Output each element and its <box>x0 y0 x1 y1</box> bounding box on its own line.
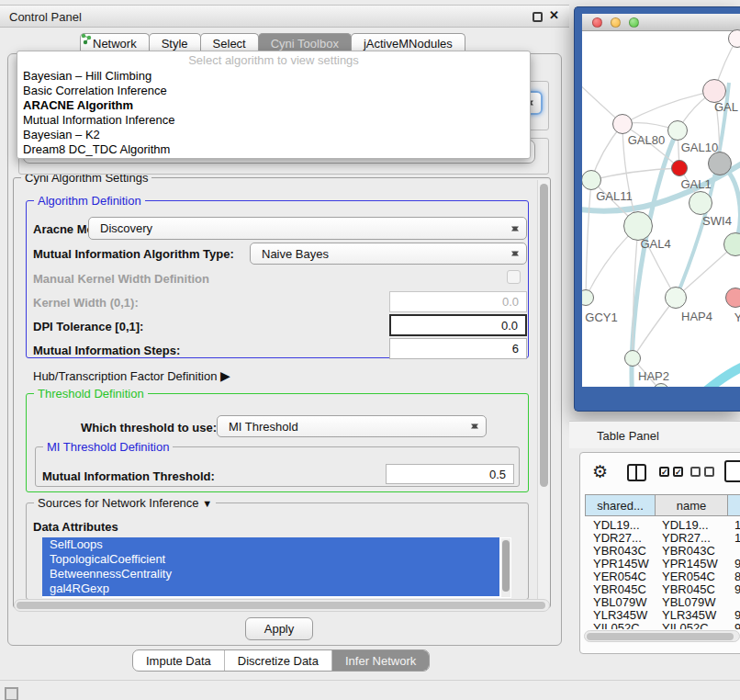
sources-group-title[interactable]: Sources for Network Inference ▼ <box>34 496 216 510</box>
attribute-item-topologicalcoefficient[interactable]: TopologicalCoefficient <box>42 552 499 567</box>
table-cell: YPR145W <box>654 557 726 570</box>
manual-kernel-width-label: Manual Kernel Width Definition <box>33 272 209 286</box>
algorithm-option-mutual-information-inference[interactable]: Mutual Information Inference <box>17 113 530 128</box>
mi-steps-field[interactable]: 6 <box>389 338 527 359</box>
algorithm-definition-title: Algorithm Definition <box>34 194 145 208</box>
unchecked-checkbox-icon[interactable] <box>704 467 714 477</box>
control-panel-title: Control Panel <box>9 10 82 24</box>
node-GAL11[interactable] <box>582 170 601 190</box>
settings-vertical-scrollbar-thumb[interactable] <box>540 184 548 487</box>
network-canvas[interactable]: GALGAL80GAL10GAL1GAL11SWI4GAL4GCY1HAP4YH… <box>582 32 740 387</box>
node-GAL1[interactable] <box>689 191 712 215</box>
algorithm-option-dream8-dc-tdc-algorithm[interactable]: Dream8 DC_TDC Algorithm <box>17 142 530 157</box>
mi-algorithm-type-value: Naive Bayes <box>262 247 329 261</box>
tab-label: Select <box>213 37 246 51</box>
table-cell: YDL19... <box>654 518 726 531</box>
node-right-pink[interactable] <box>725 288 740 308</box>
which-threshold-combo[interactable]: MI Threshold <box>217 415 487 437</box>
node-top-partial[interactable] <box>728 29 740 48</box>
hub-definition-toggle[interactable]: Hub/Transcription Factor Definition ▶ <box>33 368 230 383</box>
minimize-traffic-icon[interactable] <box>611 17 621 28</box>
table-panel-bar: Table Panel <box>569 421 740 448</box>
float-panel-icon[interactable] <box>533 12 543 22</box>
close-icon[interactable]: ✕ <box>549 8 559 22</box>
node-HAP4[interactable] <box>665 287 687 309</box>
table-cell: YER054C <box>654 570 726 582</box>
table-row[interactable]: YBR043CYBR043C <box>585 544 740 557</box>
node-label-gal: GAL <box>714 100 738 114</box>
node-label-hap2: HAP2 <box>638 369 669 383</box>
kernel-width-field[interactable]: 0.0 <box>389 291 527 312</box>
table-row[interactable]: YPR145WYPR145W9. <box>585 557 740 570</box>
settings-horizontal-scrollbar[interactable] <box>14 599 550 612</box>
tab-impute-data[interactable]: Impute Data <box>133 650 224 671</box>
checked-checkbox-icon[interactable]: ✓ <box>673 467 683 477</box>
mi-steps-label: Mutual Information Steps: <box>33 344 180 357</box>
data-attributes-label: Data Attributes <box>33 520 118 534</box>
algorithm-option-aracne-algorithm[interactable]: ARACNE Algorithm <box>17 98 530 113</box>
node-GAL80[interactable] <box>612 114 633 134</box>
node-gray-node[interactable] <box>708 152 732 175</box>
attribute-item-gal4rgexp[interactable]: gal4RGexp <box>42 581 499 596</box>
tab-label: Network <box>93 37 137 51</box>
zoom-traffic-icon[interactable] <box>629 17 639 28</box>
tab-infer-network[interactable]: Infer Network <box>331 650 429 671</box>
control-panel-titlebar: Control Panel ✕ <box>0 5 569 28</box>
node-label-gal10: GAL10 <box>681 141 718 154</box>
close-traffic-icon[interactable] <box>592 17 602 28</box>
table-row[interactable]: YDR27...YDR27...12 <box>585 531 740 544</box>
threshold-definition-title: Threshold Definition <box>34 387 148 401</box>
settings-vertical-scrollbar[interactable] <box>537 180 550 605</box>
gear-icon[interactable]: ⚙ <box>592 461 608 482</box>
table-cell: YER054C <box>585 570 654 582</box>
table-row[interactable]: YIL052CYIL052C9 <box>585 621 740 629</box>
tab-discretize-data[interactable]: Discretize Data <box>224 650 331 671</box>
node-label-gcy1: GCY1 <box>585 310 617 324</box>
mi-threshold-field[interactable]: 0.5 <box>386 464 514 484</box>
algorithm-option-bayesian-k2[interactable]: Bayesian – K2 <box>17 128 530 142</box>
table-cell: 8. <box>726 570 740 582</box>
unchecked-checkbox-icon[interactable] <box>690 467 701 477</box>
table-row[interactable]: YBL079WYBL079W <box>585 595 740 608</box>
table-cell: 12 <box>726 531 740 544</box>
mi-algorithm-type-combo[interactable]: Naive Bayes <box>250 243 527 265</box>
node-label-y: Y <box>734 310 740 324</box>
node-GAL10[interactable] <box>667 120 688 141</box>
table-cell: 13 <box>726 518 740 531</box>
spinner-arrows-icon <box>511 248 520 260</box>
apply-button[interactable]: Apply <box>245 617 313 640</box>
table-panel: ⚙ ✓ ✓ shared...nameA YDL19...YDL19...13Y… <box>579 452 740 654</box>
hub-definition-label: Hub/Transcription Factor Definition <box>33 369 217 383</box>
table-horizontal-scrollbar[interactable] <box>584 630 740 642</box>
table-cell: 9. <box>726 582 740 595</box>
node-red-node[interactable] <box>671 160 688 176</box>
aracne-mode-combo[interactable]: Discovery <box>88 217 527 240</box>
panel-corner-icon[interactable] <box>5 687 18 700</box>
settings-horizontal-scrollbar-thumb[interactable] <box>17 602 545 609</box>
algorithm-option-bayesian-hill-climbing[interactable]: Bayesian – Hill Climbing <box>17 69 530 84</box>
attribute-item-betweennesscentrality[interactable]: BetweennessCentrality <box>42 567 499 581</box>
document-icon[interactable] <box>724 460 740 482</box>
table-row[interactable]: YER054CYER054C8. <box>585 570 740 582</box>
tab-label: jActiveMNodules <box>364 37 453 51</box>
manual-kernel-width-checkbox[interactable] <box>507 270 521 284</box>
checked-checkbox-icon[interactable]: ✓ <box>659 467 669 477</box>
table-horizontal-scrollbar-thumb[interactable] <box>587 633 734 640</box>
node-label-gal1: GAL1 <box>680 177 711 191</box>
attributes-scrollbar[interactable] <box>501 538 510 597</box>
algorithm-option-basic-correlation-inference[interactable]: Basic Correlation Inference <box>17 84 530 98</box>
network-window-titlebar[interactable] <box>582 14 740 31</box>
dpi-tolerance-field[interactable]: 0.0 <box>389 314 527 336</box>
node-HAP2[interactable] <box>624 350 641 367</box>
network-view-window[interactable]: GALGAL80GAL10GAL1GAL11SWI4GAL4GCY1HAP4YH… <box>574 6 740 412</box>
column-layout-icon[interactable] <box>627 464 646 481</box>
table-row[interactable]: YLR345WYLR345W9. <box>585 608 740 621</box>
column-header-shared[interactable]: shared... <box>586 495 655 515</box>
table-cell: YBL079W <box>654 595 726 608</box>
attribute-item-selfloops[interactable]: SelfLoops <box>42 537 499 552</box>
table-row[interactable]: YDL19...YDL19...13 <box>585 518 740 531</box>
table-row[interactable]: YBR045CYBR045C9. <box>585 582 740 595</box>
column-header-name[interactable]: name <box>655 495 727 515</box>
column-header-A[interactable]: A <box>727 495 740 515</box>
attributes-scrollbar-thumb[interactable] <box>502 540 510 592</box>
